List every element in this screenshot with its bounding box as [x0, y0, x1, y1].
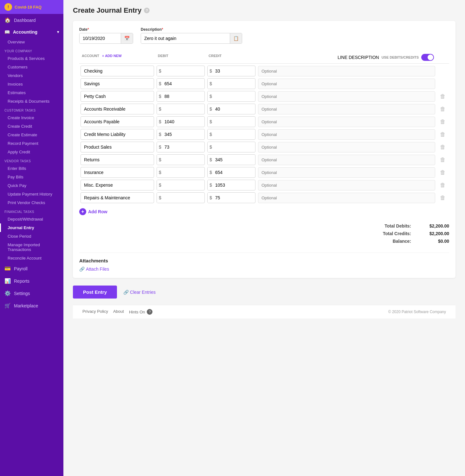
credit-input[interactable]	[214, 180, 242, 190]
sidebar-item-customers[interactable]: Customers	[0, 63, 63, 71]
add-new-account-link[interactable]: + Add New	[102, 54, 122, 58]
debit-input[interactable]	[163, 167, 192, 177]
table-row: Checking $ $	[79, 66, 449, 76]
debit-input[interactable]	[163, 142, 192, 152]
line-desc-input[interactable]	[258, 193, 435, 203]
line-desc-input[interactable]	[258, 79, 435, 89]
credit-input[interactable]	[214, 142, 242, 152]
debit-input[interactable]	[163, 117, 192, 127]
account-select[interactable]: Accounts Receivable	[81, 104, 154, 114]
sidebar-item-record-payment[interactable]: Record Payment	[0, 139, 63, 148]
sidebar-item-update-payment[interactable]: Update Payment History	[0, 190, 63, 198]
sidebar-item-quick-pay[interactable]: Quick Pay	[0, 181, 63, 190]
line-desc-input[interactable]	[258, 142, 435, 152]
line-desc-input[interactable]	[258, 155, 435, 165]
debit-input[interactable]	[163, 104, 192, 114]
line-desc-input[interactable]	[258, 167, 435, 178]
account-select[interactable]: Misc. Expense	[81, 180, 154, 190]
delete-row-button[interactable]: 🗑	[436, 182, 449, 189]
delete-row-button[interactable]: 🗑	[436, 195, 449, 201]
account-select[interactable]: Insurance	[81, 167, 154, 178]
account-select[interactable]: Credit Memo Liability	[81, 129, 154, 140]
hints-icon[interactable]: ?	[147, 309, 152, 315]
line-desc-input[interactable]	[258, 66, 435, 76]
delete-row-button[interactable]: 🗑	[436, 144, 449, 151]
account-select[interactable]: Petty Cash	[81, 91, 154, 102]
credit-input[interactable]	[214, 117, 242, 127]
debit-input[interactable]	[163, 129, 192, 139]
sidebar-item-create-estimate[interactable]: Create Estimate	[0, 131, 63, 139]
clear-entries-link[interactable]: 🔗 Clear Entries	[123, 290, 156, 295]
sidebar-item-products[interactable]: Products & Services	[0, 54, 63, 63]
sidebar-item-manage-imported[interactable]: Manage Imported Transactions	[0, 241, 63, 254]
debit-input[interactable]	[163, 79, 192, 89]
description-icon[interactable]: 📋	[230, 33, 242, 43]
debit-input[interactable]	[163, 193, 192, 203]
sidebar-item-print-checks[interactable]: Print Vendor Checks	[0, 198, 63, 207]
delete-row-button[interactable]: 🗑	[436, 169, 449, 176]
account-select[interactable]: Savings	[81, 78, 154, 89]
sidebar-item-accounting[interactable]: 📖 Accounting ▾	[0, 26, 63, 38]
debit-input[interactable]	[163, 91, 192, 101]
credit-input[interactable]	[214, 104, 242, 114]
sidebar-item-deposit[interactable]: Deposit/Withdrawal	[0, 215, 63, 223]
sidebar-item-pay-bills[interactable]: Pay Bills	[0, 173, 63, 181]
debit-currency: $	[157, 142, 163, 152]
sidebar-item-vendors[interactable]: Vendors	[0, 71, 63, 80]
line-desc-input[interactable]	[258, 117, 435, 127]
debit-input[interactable]	[163, 66, 192, 76]
description-input[interactable]	[141, 33, 230, 43]
credit-input[interactable]	[214, 66, 242, 76]
post-entry-button[interactable]: Post Entry	[73, 286, 117, 299]
sidebar-item-receipts[interactable]: Receipts & Documents	[0, 97, 63, 106]
sidebar-item-reports[interactable]: 📊 Reports	[0, 275, 63, 287]
covid-banner[interactable]: ! Covid-19 FAQ	[0, 0, 63, 14]
table-row: Accounts Payable $ $ 🗑	[79, 116, 449, 127]
sidebar-item-enter-bills[interactable]: Enter Bills	[0, 164, 63, 173]
line-desc-input[interactable]	[258, 91, 435, 102]
sidebar-item-settings[interactable]: ⚙️ Settings	[0, 287, 63, 299]
debit-input[interactable]	[163, 180, 192, 190]
line-desc-input[interactable]	[258, 129, 435, 140]
credit-input[interactable]	[214, 79, 242, 89]
sidebar-item-overview[interactable]: Overview	[0, 38, 63, 46]
sidebar-item-dashboard[interactable]: 🏠 Dashboard	[0, 14, 63, 26]
account-select[interactable]: Product Sales	[81, 142, 154, 152]
credit-input[interactable]	[214, 167, 242, 177]
date-input[interactable]	[80, 33, 121, 43]
privacy-policy-link[interactable]: Privacy Policy	[82, 309, 108, 315]
delete-row-button[interactable]: 🗑	[436, 131, 449, 138]
sidebar-item-marketplace[interactable]: 🛒 Marketplace	[0, 299, 63, 312]
calendar-icon[interactable]: 📅	[121, 33, 133, 43]
credit-input[interactable]	[214, 91, 242, 101]
about-link[interactable]: About	[113, 309, 124, 315]
delete-row-button[interactable]: 🗑	[436, 157, 449, 163]
credit-input[interactable]	[214, 129, 242, 139]
delete-row-button[interactable]: 🗑	[436, 106, 449, 113]
sidebar-item-journal-entry[interactable]: Journal Entry	[0, 223, 63, 232]
add-row-button[interactable]: + Add Row	[79, 206, 449, 217]
credit-input[interactable]	[214, 193, 242, 203]
sidebar-item-reconcile[interactable]: Reconcile Account	[0, 254, 63, 262]
account-select[interactable]: Checking	[81, 66, 154, 76]
sidebar-item-invoices[interactable]: Invoices	[0, 80, 63, 88]
sidebar-item-close-period[interactable]: Close Period	[0, 232, 63, 241]
sidebar-item-payroll[interactable]: 💳 Payroll	[0, 262, 63, 275]
line-desc-wrap	[257, 79, 436, 89]
sidebar-item-estimates[interactable]: Estimates	[0, 88, 63, 97]
line-desc-input[interactable]	[258, 180, 435, 190]
attach-files-link[interactable]: 🔗 Attach Files	[79, 267, 449, 272]
sidebar-item-create-invoice[interactable]: Create Invoice	[0, 113, 63, 122]
sidebar-item-create-credit[interactable]: Create Credit	[0, 122, 63, 131]
debit-input[interactable]	[163, 155, 192, 165]
line-desc-input[interactable]	[258, 104, 435, 114]
delete-row-button[interactable]: 🗑	[436, 119, 449, 125]
help-icon[interactable]: ?	[144, 8, 150, 13]
use-debits-credits-toggle[interactable]	[421, 54, 434, 61]
sidebar-item-apply-credit[interactable]: Apply Credit	[0, 148, 63, 156]
delete-row-button[interactable]: 🗑	[436, 93, 449, 100]
account-select[interactable]: Accounts Payable	[81, 116, 154, 127]
account-select[interactable]: Repairs & Maintenance	[81, 192, 154, 203]
account-select[interactable]: Returns	[81, 154, 154, 165]
credit-input[interactable]	[214, 155, 242, 165]
